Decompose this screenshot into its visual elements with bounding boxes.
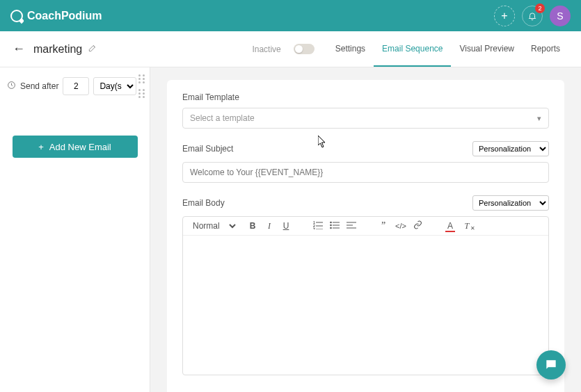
brand-logo[interactable]: CoachPodium [10,10,102,22]
ordered-list-button[interactable]: 123 [313,221,323,231]
subject-personalization-select[interactable]: Personalization [472,141,549,156]
heading-select[interactable]: Normal [190,220,238,231]
subject-input[interactable] [190,168,541,177]
main-panel: Email Template Select a template ▾ Email… [150,67,581,392]
tab-reports[interactable]: Reports [523,32,568,67]
template-placeholder: Select a template [190,113,255,123]
drag-handle-icon[interactable] [138,74,145,83]
body-personalization-select[interactable]: Personalization [472,195,549,211]
logo-icon [10,10,23,22]
plus-icon: + [38,142,44,152]
link-icon [413,220,422,229]
tab-visual-preview[interactable]: Visual Preview [451,32,522,67]
notification-badge: 2 [535,3,545,13]
avatar[interactable]: S [550,6,571,26]
page-title: marketing [33,43,82,56]
tab-email-sequence[interactable]: Email Sequence [374,32,451,67]
body-label: Email Body [182,198,225,208]
notifications-button[interactable]: 2 [522,6,543,26]
italic-button[interactable]: I [264,221,274,231]
drag-handles [138,74,145,98]
svg-text:3: 3 [313,227,315,229]
clear-format-button[interactable]: T✕ [462,221,472,231]
email-form-card: Email Template Select a template ▾ Email… [167,80,564,392]
top-bar: CoachPodium + 2 S [0,0,581,31]
code-button[interactable]: </> [395,222,406,230]
template-label: Email Template [182,92,549,102]
edit-title-button[interactable] [88,43,97,56]
editor-body[interactable] [183,236,548,375]
send-after-value-input[interactable] [63,77,89,95]
tab-bar: Settings Email Sequence Visual Preview R… [327,32,568,67]
template-section: Email Template Select a template ▾ [182,92,549,129]
link-button[interactable] [413,220,423,231]
subject-label: Email Subject [182,144,233,154]
tab-settings[interactable]: Settings [327,32,374,67]
chevron-down-icon: ▾ [537,114,541,123]
status-label: Inactive [252,44,280,54]
body-section: Email Body Personalization Normal B I U [182,195,549,375]
bell-icon [527,11,537,21]
status-toggle[interactable] [294,44,315,54]
add-button[interactable]: + [494,6,515,26]
svg-point-11 [330,227,332,229]
ordered-list-icon: 123 [313,221,323,229]
bold-button[interactable]: B [248,221,257,231]
blockquote-button[interactable]: ” [379,220,388,231]
content-area: Send after Day(s) + Add New Email Email … [0,67,581,392]
sub-header: ← marketing Inactive Settings Email Sequ… [0,31,581,67]
add-new-email-button[interactable]: + Add New Email [13,136,138,158]
align-icon [347,221,356,229]
send-after-row: Send after Day(s) [7,74,143,104]
editor-toolbar: Normal B I U 123 [183,217,548,236]
subject-section: Email Subject Personalization [182,141,549,183]
template-select[interactable]: Select a template ▾ [182,108,549,129]
send-after-label: Send after [20,81,58,91]
svg-point-7 [330,221,332,223]
back-arrow-icon[interactable]: ← [13,42,25,56]
unordered-list-button[interactable] [330,221,340,231]
pencil-icon [88,43,97,53]
brand-name: CoachPodium [27,10,102,22]
unordered-list-icon [330,221,340,229]
align-button[interactable] [347,221,356,231]
svg-point-9 [330,224,332,226]
editor: Normal B I U 123 [182,216,549,375]
chat-icon [544,358,558,372]
underline-button[interactable]: U [281,221,291,231]
avatar-initial: S [557,10,563,22]
add-email-label: Add New Email [49,142,111,152]
subject-input-wrap [182,162,549,183]
clock-icon [7,81,16,92]
send-after-unit-select[interactable]: Day(s) [93,77,136,95]
text-color-button[interactable]: A [445,221,455,231]
chat-fab[interactable] [536,350,566,379]
sidebar: Send after Day(s) + Add New Email [0,67,150,392]
drag-handle-icon[interactable] [138,89,145,98]
